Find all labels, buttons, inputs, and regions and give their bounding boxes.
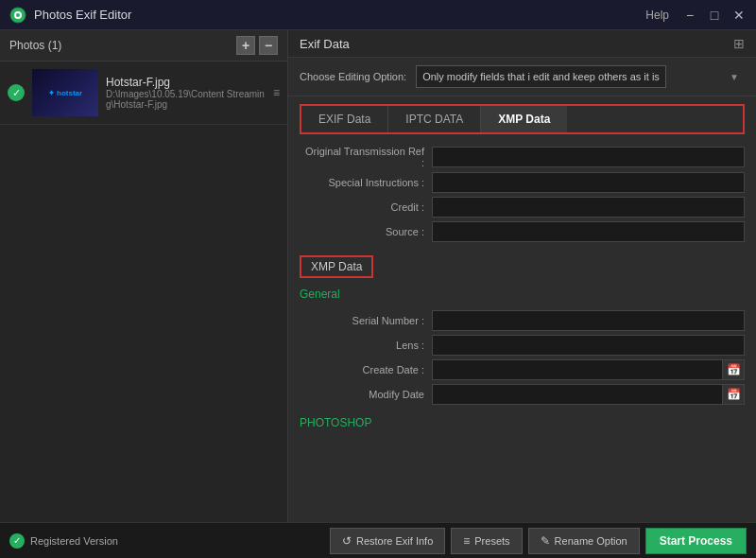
right-panel: Exif Data ⊞ Choose Editing Option: Only … (288, 30, 756, 522)
form-row: Original Transmission Ref : (300, 146, 745, 168)
xmp-fields-section: Serial Number : Lens : Create Date : 📅 M… (288, 306, 756, 412)
thumb-inner: ✦ hotstar (32, 69, 98, 116)
modify-date-calendar-button[interactable]: 📅 (722, 384, 745, 405)
photoshop-section-label: PHOTOSHOP (288, 412, 756, 435)
content-scroll[interactable]: Original Transmission Ref : Special Inst… (288, 142, 756, 522)
app-icon (9, 7, 26, 24)
photo-menu-icon[interactable]: ≡ (273, 86, 280, 99)
create-date-calendar-button[interactable]: 📅 (722, 359, 745, 380)
editing-option-wrapper: Only modify fields that i edit and keep … (416, 65, 745, 88)
create-date-wrapper: 📅 (432, 359, 745, 380)
xmp-section-box: XMP Data (300, 255, 373, 278)
form-label: Special Instructions : (300, 177, 432, 188)
start-process-label: Start Process (660, 534, 732, 548)
add-photo-button[interactable]: + (236, 36, 255, 55)
rename-option-button[interactable]: ✎ Rename Option (528, 528, 640, 554)
maximize-button[interactable]: □ (707, 8, 722, 23)
rename-label: Rename Option (555, 535, 627, 547)
form-row: Modify Date 📅 (300, 384, 745, 405)
bottom-bar: Registered Version ↺ Restore Exif Info ≡… (0, 522, 756, 558)
rename-icon: ✎ (541, 534, 550, 548)
source-input[interactable] (432, 221, 745, 242)
modify-date-input[interactable] (432, 384, 722, 405)
restore-exif-button[interactable]: ↺ Restore Exif Info (330, 528, 445, 554)
tab-xmp[interactable]: XMP Data (481, 106, 567, 132)
form-row: Credit : (300, 197, 745, 218)
tab-exif[interactable]: EXIF Data (301, 106, 388, 132)
credit-input[interactable] (432, 197, 745, 218)
tab-iptc[interactable]: IPTC DATA (388, 106, 481, 132)
form-label: Lens : (300, 340, 432, 351)
serial-number-input[interactable] (432, 310, 745, 331)
xmp-section-label: XMP Data (311, 260, 362, 273)
left-panel-header: Photos (1) + − (0, 30, 287, 61)
start-process-button[interactable]: Start Process (645, 528, 747, 554)
form-row: Source : (300, 221, 745, 242)
form-row: Lens : (300, 335, 745, 356)
list-item[interactable]: ✦ hotstar Hotstar-F.jpg D:\Images\10.05.… (0, 61, 287, 125)
close-button[interactable]: ✕ (731, 8, 747, 23)
window-controls: − □ ✕ (682, 8, 747, 23)
editing-option-select[interactable]: Only modify fields that i edit and keep … (416, 65, 666, 88)
select-arrow-icon: ▼ (730, 72, 739, 82)
left-panel: Photos (1) + − ✦ hotstar Hotstar-F.jpg D… (0, 30, 288, 522)
special-instructions-input[interactable] (432, 172, 745, 193)
right-panel-header: Exif Data ⊞ (288, 30, 756, 58)
form-label: Serial Number : (300, 315, 432, 326)
main-layout: Photos (1) + − ✦ hotstar Hotstar-F.jpg D… (0, 30, 756, 522)
photo-path: D:\Images\10.05.19\Content Streaming\Hot… (106, 89, 266, 110)
presets-label: Presets (474, 535, 509, 547)
svg-point-2 (16, 13, 20, 17)
original-transmission-input[interactable] (432, 147, 745, 167)
hotstar-logo: ✦ hotstar (48, 89, 82, 97)
form-row: Serial Number : (300, 310, 745, 331)
app-title: Photos Exif Editor (34, 8, 131, 22)
tabs-container: EXIF Data IPTC DATA XMP Data (300, 104, 745, 134)
exif-data-title: Exif Data (300, 37, 350, 51)
title-bar-right: Help − □ ✕ (645, 8, 747, 23)
restore-icon: ↺ (342, 534, 352, 548)
minimize-button[interactable]: − (682, 8, 697, 23)
photo-name: Hotstar-F.jpg (106, 76, 266, 89)
xmp-general-heading: General (288, 284, 756, 306)
registered-label: Registered Version (30, 535, 118, 547)
title-bar-left: Photos Exif Editor (9, 7, 131, 24)
form-label: Credit : (300, 201, 432, 213)
photo-checkbox[interactable] (8, 84, 25, 101)
create-date-input[interactable] (432, 359, 722, 380)
photo-thumbnail: ✦ hotstar (32, 69, 98, 116)
presets-button[interactable]: ≡ Presets (451, 528, 522, 554)
restore-label: Restore Exif Info (356, 535, 433, 547)
bottom-actions: ↺ Restore Exif Info ≡ Presets ✎ Rename O… (330, 528, 747, 554)
lens-input[interactable] (432, 335, 745, 356)
help-menu[interactable]: Help (645, 9, 669, 22)
iptc-fields-section: Original Transmission Ref : Special Inst… (288, 142, 756, 250)
form-row: Special Instructions : (300, 172, 745, 193)
photos-panel-title: Photos (1) (9, 39, 61, 52)
form-label: Modify Date (300, 389, 432, 400)
panel-settings-icon[interactable]: ⊞ (733, 36, 745, 51)
form-row: Create Date : 📅 (300, 359, 745, 380)
title-bar: Photos Exif Editor Help − □ ✕ (0, 0, 756, 30)
header-icons: + − (236, 36, 278, 55)
form-label: Original Transmission Ref : (300, 146, 432, 168)
editing-option-label: Choose Editing Option: (300, 71, 406, 82)
photo-list: ✦ hotstar Hotstar-F.jpg D:\Images\10.05.… (0, 61, 287, 522)
photo-info: Hotstar-F.jpg D:\Images\10.05.19\Content… (106, 76, 266, 110)
form-label: Create Date : (300, 364, 432, 375)
registered-checkmark-icon (9, 533, 25, 549)
modify-date-wrapper: 📅 (432, 384, 745, 405)
form-label: Source : (300, 226, 432, 237)
presets-icon: ≡ (463, 534, 470, 548)
editing-option-bar: Choose Editing Option: Only modify field… (288, 58, 756, 96)
remove-photo-button[interactable]: − (259, 36, 278, 55)
registered-version: Registered Version (9, 533, 118, 549)
